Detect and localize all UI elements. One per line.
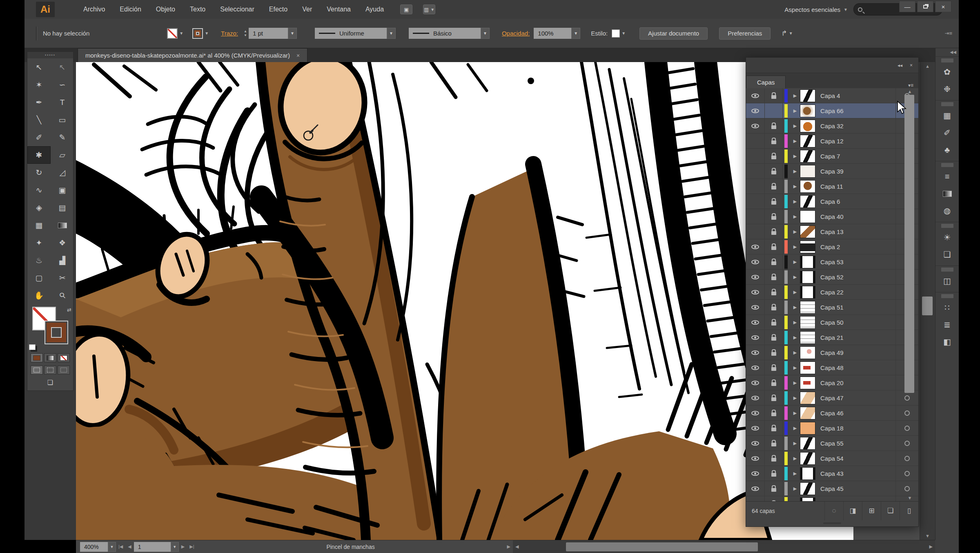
arrange-documents-icon[interactable]: ▥▼ <box>423 4 435 14</box>
scroll-down-icon[interactable]: ▼ <box>920 533 935 538</box>
zoom-tool[interactable]: ⚲ <box>51 287 74 304</box>
chevron-down-icon[interactable]: ▼ <box>621 31 626 36</box>
visibility-toggle[interactable] <box>746 224 765 239</box>
lock-toggle[interactable] <box>765 436 783 450</box>
layer-name[interactable]: Capa 11 <box>820 183 895 190</box>
layer-row-capa-47[interactable]: ▶Capa 47 <box>746 390 918 406</box>
pencil-tool[interactable]: ✎ <box>51 129 74 146</box>
layer-name[interactable]: Capa 12 <box>820 138 895 145</box>
visibility-toggle[interactable] <box>746 406 765 420</box>
layer-row-capa-40[interactable]: ▶Capa 40 <box>746 209 918 224</box>
expand-icon[interactable]: ▶ <box>790 456 800 461</box>
eyedropper-tool[interactable]: ✦ <box>27 234 51 252</box>
visibility-toggle[interactable] <box>746 315 765 330</box>
transparency-panel-button[interactable]: ◍ <box>935 202 959 219</box>
symbol-sprayer-tool[interactable]: ♨ <box>27 252 51 269</box>
lock-toggle[interactable] <box>765 254 783 269</box>
lock-toggle[interactable] <box>765 103 783 118</box>
layer-name[interactable]: Capa 52 <box>820 274 895 281</box>
visibility-toggle[interactable] <box>746 254 765 269</box>
gradient-tool[interactable] <box>51 216 74 234</box>
graphic-styles-panel-button[interactable]: ❏ <box>935 246 959 263</box>
visibility-toggle[interactable] <box>746 103 765 118</box>
layer-row-capa-51[interactable]: ▶Capa 51 <box>746 300 918 315</box>
layer-row-capa-6[interactable]: ▶Capa 6 <box>746 194 918 209</box>
layer-name[interactable]: Capa 51 <box>820 304 895 311</box>
layer-name[interactable]: Capa 49 <box>820 349 895 356</box>
menu-item-edición[interactable]: Edición <box>114 3 147 16</box>
menu-item-archivo[interactable]: Archivo <box>78 3 111 16</box>
expand-icon[interactable]: ▶ <box>790 93 800 98</box>
expand-icon[interactable]: ▶ <box>790 335 800 340</box>
visibility-toggle[interactable] <box>746 481 765 496</box>
menu-item-ver[interactable]: Ver <box>296 3 318 16</box>
scroll-up-icon[interactable]: ▲ <box>904 89 916 94</box>
visibility-toggle[interactable] <box>746 496 765 501</box>
visibility-toggle[interactable] <box>746 209 765 224</box>
visibility-toggle[interactable] <box>746 345 765 360</box>
opacity-field[interactable]: 100% <box>534 28 571 39</box>
layer-name[interactable]: Capa 6 <box>820 198 895 205</box>
color-guide-panel-button[interactable]: ❉ <box>935 80 959 98</box>
visibility-toggle[interactable] <box>746 179 765 194</box>
lock-toggle[interactable] <box>765 496 783 501</box>
lock-toggle[interactable] <box>765 315 783 330</box>
visibility-toggle[interactable] <box>746 390 765 405</box>
opacity-dropdown[interactable]: ▼ <box>571 28 580 39</box>
default-fill-stroke-icon[interactable] <box>29 344 36 350</box>
canvas-horizontal-scrollbar[interactable]: ◀ ▶ <box>513 540 935 553</box>
layer-row-capa-46[interactable]: ▶Capa 46 <box>746 406 918 421</box>
expand-icon[interactable]: ▶ <box>790 214 800 219</box>
visibility-toggle[interactable] <box>746 194 765 209</box>
direct-selection-tool[interactable]: ↖ <box>51 58 74 76</box>
opacity-label[interactable]: Opacidad: <box>502 30 530 37</box>
zoom-dropdown[interactable]: ▼ <box>108 542 116 552</box>
lock-toggle[interactable] <box>765 345 783 360</box>
stroke-width-stepper[interactable]: ▲▼ <box>244 30 247 37</box>
menu-item-ayuda[interactable]: Ayuda <box>360 3 390 16</box>
expand-icon[interactable]: ▶ <box>790 426 800 431</box>
bridge-icon[interactable]: ▣ <box>400 4 412 14</box>
minimize-button[interactable]: — <box>899 1 915 12</box>
expand-icon[interactable]: ▶ <box>790 259 800 265</box>
pen-tool[interactable]: ✒ <box>27 94 51 111</box>
zoom-level-field[interactable]: 400% <box>80 542 108 552</box>
eraser-tool[interactable]: ▱ <box>51 146 74 164</box>
draw-normal-button[interactable] <box>31 366 43 375</box>
expand-icon[interactable]: ▶ <box>790 199 800 204</box>
transform-panel-button[interactable]: ∷ <box>935 299 959 316</box>
layer-row-capa-54[interactable]: ▶Capa 54 <box>746 451 918 466</box>
collapse-panel-icon[interactable]: ◂◂ <box>898 62 902 68</box>
layer-name[interactable]: Capa 43 <box>820 470 895 477</box>
chevron-down-icon[interactable]: ▼ <box>179 31 183 36</box>
layer-row-capa-49[interactable]: ▶Capa 49 <box>746 345 918 360</box>
perspective-grid-tool[interactable]: ▤ <box>51 199 74 216</box>
visibility-toggle[interactable] <box>746 375 765 390</box>
brush-definition-dropdown[interactable]: ▼ <box>481 28 490 39</box>
layer-row-capa-66[interactable]: ▶Capa 66 <box>746 103 918 118</box>
swatches-panel-button[interactable]: ▦ <box>935 107 959 124</box>
expand-icon[interactable]: ▶ <box>790 501 800 502</box>
close-tab-icon[interactable]: × <box>296 52 300 59</box>
visibility-toggle[interactable] <box>746 300 765 314</box>
visibility-toggle[interactable] <box>746 118 765 133</box>
chevron-down-icon[interactable]: ▼ <box>205 31 209 36</box>
visibility-toggle[interactable] <box>746 88 765 103</box>
expand-icon[interactable]: ▶ <box>790 380 800 386</box>
pathfinder-panel-button[interactable]: ◧ <box>935 333 959 350</box>
layer-row-capa-4[interactable]: ▶Capa 4 <box>746 88 918 103</box>
layer-name[interactable]: Capa 40 <box>820 213 895 220</box>
draw-inside-button[interactable] <box>58 366 70 375</box>
canvas-vertical-scrollbar[interactable]: ▲ ▼ <box>920 62 935 540</box>
brushes-panel-button[interactable]: ✐ <box>935 124 959 141</box>
layer-row-capa-7[interactable]: ▶Capa 7 <box>746 149 918 164</box>
expand-icon[interactable]: ▶ <box>790 154 800 159</box>
layer-name[interactable]: Capa 47 <box>820 395 895 401</box>
none-mode-button[interactable] <box>58 353 70 362</box>
stroke-width-dropdown[interactable]: ▼ <box>288 28 297 39</box>
lock-toggle[interactable] <box>765 451 783 466</box>
hand-tool[interactable]: ✋ <box>27 287 51 304</box>
paintbrush-tool[interactable]: ✐ <box>27 129 51 146</box>
expand-icon[interactable]: ▶ <box>790 471 800 476</box>
width-profile-dropdown[interactable]: ▼ <box>387 28 396 39</box>
